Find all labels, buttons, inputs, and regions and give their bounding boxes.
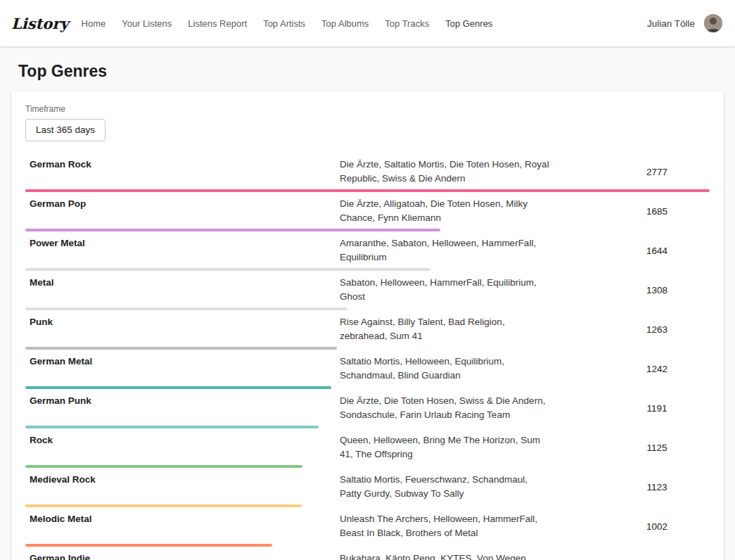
genre-bar-track — [25, 307, 710, 310]
genre-row: German Punk Die Ärzte, Die Toten Hosen, … — [25, 389, 710, 428]
genre-row: German Metal Saltatio Mortis, Helloween,… — [25, 350, 710, 389]
genre-row: Medieval Rock Saltatio Mortis, Feuerschw… — [25, 468, 710, 507]
genre-bar-track — [25, 229, 710, 231]
genre-artists: Saltatio Mortis, Helloween, Equilibrium,… — [340, 355, 549, 383]
user-avatar[interactable] — [704, 14, 722, 32]
timeframe-select[interactable]: Last 365 days — [25, 119, 106, 141]
genre-artists: Queen, Helloween, Bring Me The Horizon, … — [340, 433, 549, 462]
nav-item-top-artists[interactable]: Top Artists — [263, 18, 305, 29]
top-genres-card: Timeframe Last 365 days German Rock Die … — [11, 91, 724, 560]
genre-artists: Rise Against, Billy Talent, Bad Religion… — [340, 315, 549, 344]
genre-count: 2777 — [604, 167, 710, 177]
genre-bar-track — [25, 189, 710, 192]
genre-name: Medieval Rock — [25, 473, 340, 502]
genre-row: Punk Rise Against, Billy Talent, Bad Rel… — [25, 310, 710, 350]
genre-name: German Indie — [25, 552, 340, 560]
genre-count: 1242 — [604, 364, 710, 374]
genre-artists: Bukahara, Käptn Peng, KYTES, Von Wegen L… — [340, 552, 549, 560]
genre-bar — [25, 544, 272, 547]
nav-item-your-listens[interactable]: Your Listens — [122, 18, 172, 29]
genre-bar — [25, 229, 440, 231]
genre-bar — [25, 189, 710, 192]
genre-count: 1263 — [604, 324, 710, 335]
genre-artists: Die Ärzte, Die Toten Hosen, Swiss & Die … — [340, 394, 549, 423]
genre-count: 1002 — [604, 521, 710, 532]
genre-row: Metal Sabaton, Helloween, HammerFall, Eq… — [25, 271, 710, 310]
genre-bar — [25, 426, 319, 428]
main-nav: Home Your Listens Listens Report Top Art… — [82, 18, 509, 29]
genre-row: German Pop Die Ärzte, Alligatoah, Die To… — [25, 192, 710, 231]
genre-bar — [25, 386, 331, 389]
user-name: Julian Tölle — [647, 18, 695, 29]
genre-artists: Saltatio Mortis, Feuerschwanz, Schandmau… — [340, 473, 549, 502]
genre-name: Melodic Metal — [25, 512, 340, 541]
genre-name: German Pop — [25, 197, 340, 226]
genre-name: Punk — [25, 315, 340, 344]
genre-count: 1644 — [604, 246, 710, 256]
genre-row: Rock Queen, Helloween, Bring Me The Hori… — [25, 428, 710, 468]
genre-bar-track — [25, 504, 710, 507]
genre-name: Metal — [25, 276, 340, 305]
nav-item-top-albums[interactable]: Top Albums — [321, 18, 369, 29]
genre-count: 1123 — [604, 482, 710, 492]
nav-item-listens-report[interactable]: Listens Report — [188, 18, 247, 29]
nav-item-top-genres[interactable]: Top Genres — [445, 18, 492, 29]
genre-count: 1308 — [604, 285, 710, 295]
timeframe-label: Timeframe — [25, 104, 710, 114]
genre-bar-track — [25, 544, 710, 547]
app-logo[interactable]: Listory — [11, 15, 69, 32]
genre-bar-track — [25, 268, 710, 271]
genre-bar — [25, 268, 430, 271]
genre-artists: Unleash The Archers, Helloween, HammerFa… — [340, 512, 549, 541]
genre-bar — [25, 465, 302, 468]
page-title: Top Genres — [18, 62, 735, 81]
genre-row: German Rock Die Ärzte, Saltatio Mortis, … — [25, 153, 710, 192]
genre-artists: Sabaton, Helloween, HammerFall, Equilibr… — [340, 276, 549, 305]
genre-count: 1191 — [604, 403, 710, 414]
genre-count: 1685 — [604, 206, 710, 217]
genre-bar-track — [25, 347, 710, 350]
top-nav-bar: Listory Home Your Listens Listens Report… — [0, 0, 735, 46]
genre-row: Power Metal Amaranthe, Sabaton, Hellowee… — [25, 231, 710, 271]
main-content: Top Genres Timeframe Last 365 days Germa… — [0, 62, 735, 560]
genre-bar — [25, 347, 337, 350]
genre-artists: Die Ärzte, Alligatoah, Die Toten Hosen, … — [340, 197, 549, 226]
genre-bar-track — [25, 386, 710, 389]
nav-item-home[interactable]: Home — [82, 18, 106, 29]
genre-name: Power Metal — [25, 236, 340, 265]
genre-bar-track — [25, 465, 710, 468]
person-icon — [704, 14, 722, 32]
genre-name: German Rock — [25, 158, 340, 186]
genre-row: German Indie Bukahara, Käptn Peng, KYTES… — [25, 547, 710, 560]
nav-item-top-tracks[interactable]: Top Tracks — [385, 18, 429, 29]
genre-table: German Rock Die Ärzte, Saltatio Mortis, … — [25, 153, 710, 560]
genre-artists: Amaranthe, Sabaton, Helloween, HammerFal… — [340, 236, 549, 265]
genre-artists: Die Ärzte, Saltatio Mortis, Die Toten Ho… — [340, 158, 549, 186]
genre-bar-track — [25, 426, 710, 428]
genre-name: German Punk — [25, 394, 340, 423]
genre-bar — [25, 307, 347, 310]
genre-name: Rock — [25, 433, 340, 462]
genre-count: 1125 — [604, 443, 710, 453]
genre-bar — [25, 504, 302, 507]
genre-name: German Metal — [25, 355, 340, 383]
user-area: Julian Tölle — [647, 14, 722, 32]
genre-row: Melodic Metal Unleash The Archers, Hello… — [25, 507, 710, 547]
